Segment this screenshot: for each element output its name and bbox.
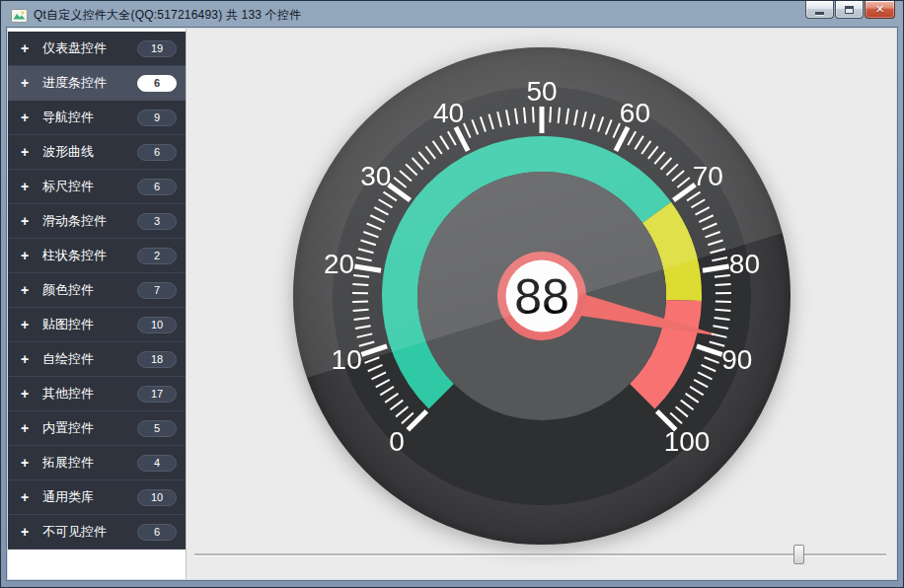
titlebar[interactable]: Qt自定义控件大全(QQ:517216493) 共 133 个控件 ✕ — [8, 1, 896, 29]
minimize-button[interactable] — [805, 1, 834, 19]
item-count-badge: 7 — [137, 282, 177, 299]
sidebar-item[interactable]: +通用类库10 — [8, 480, 186, 515]
sidebar-item-label: 仪表盘控件 — [42, 39, 137, 57]
sidebar-item-label: 进度条控件 — [42, 74, 137, 92]
minimize-icon — [815, 12, 824, 15]
window-controls: ✕ — [805, 1, 895, 19]
sidebar-item[interactable]: +颜色控件7 — [8, 273, 186, 308]
item-count-badge: 6 — [137, 524, 177, 541]
plus-icon: + — [21, 456, 35, 470]
plus-icon: + — [21, 145, 35, 159]
item-count-badge: 6 — [137, 144, 177, 161]
sidebar-item-label: 自绘控件 — [42, 350, 137, 368]
sidebar-item[interactable]: +柱状条控件2 — [8, 239, 186, 273]
sidebar-item-label: 贴图控件 — [42, 316, 137, 333]
sidebar-item-label: 拓展控件 — [42, 454, 137, 472]
item-count-badge: 2 — [137, 248, 177, 264]
item-count-badge: 10 — [137, 317, 177, 333]
sidebar-item-label: 标尺控件 — [42, 178, 137, 195]
plus-icon: + — [21, 421, 35, 435]
gauge-gloss — [293, 47, 791, 545]
sidebar-item[interactable]: +其他控件17 — [8, 377, 186, 411]
item-count-badge: 4 — [137, 455, 177, 472]
maximize-icon — [845, 6, 854, 14]
speed-gauge: 880102030405060708090100 — [285, 39, 798, 552]
plus-icon: + — [21, 76, 35, 90]
value-slider — [194, 544, 886, 567]
plus-icon: + — [21, 41, 35, 55]
sidebar-item-label: 内置控件 — [42, 419, 137, 437]
plus-icon: + — [21, 387, 35, 401]
item-count-badge: 10 — [137, 489, 177, 506]
sidebar-item-label: 滑动条控件 — [42, 212, 137, 230]
sidebar-item-label: 导航控件 — [42, 109, 137, 126]
slider-track[interactable] — [194, 553, 886, 555]
item-count-badge: 6 — [137, 75, 177, 92]
sidebar-item-label: 通用类库 — [42, 488, 137, 506]
plus-icon: + — [21, 110, 35, 124]
sidebar-item[interactable]: +不可见控件6 — [8, 515, 186, 550]
sidebar-item[interactable]: +滑动条控件3 — [8, 204, 186, 239]
app-window: Qt自定义控件大全(QQ:517216493) 共 133 个控件 ✕ +仪表盘… — [0, 0, 904, 588]
sidebar-item-label: 颜色控件 — [42, 281, 137, 299]
sidebar-item[interactable]: +仪表盘控件19 — [8, 32, 186, 66]
item-count-badge: 5 — [137, 420, 177, 437]
item-count-badge: 19 — [137, 40, 177, 57]
plus-icon: + — [21, 525, 35, 539]
main-panel: 880102030405060708090100 — [187, 29, 896, 579]
sidebar-item[interactable]: +拓展控件4 — [8, 446, 186, 480]
plus-icon: + — [21, 490, 35, 504]
plus-icon: + — [21, 318, 35, 331]
plus-icon: + — [21, 283, 35, 297]
item-count-badge: 6 — [137, 179, 177, 195]
maximize-button[interactable] — [835, 1, 864, 19]
item-count-badge: 18 — [137, 351, 177, 368]
plus-icon: + — [21, 352, 35, 366]
sidebar-item[interactable]: +内置控件5 — [8, 411, 186, 446]
sidebar-item-label: 柱状条控件 — [42, 247, 137, 264]
slider-handle[interactable] — [793, 545, 804, 564]
plus-icon: + — [21, 214, 35, 228]
item-count-badge: 9 — [137, 110, 177, 126]
sidebar-item-label: 波形曲线 — [42, 143, 137, 161]
sidebar-item[interactable]: +波形曲线6 — [8, 135, 186, 170]
sidebar-item[interactable]: +导航控件9 — [8, 101, 186, 135]
window-title: Qt自定义控件大全(QQ:517216493) 共 133 个控件 — [34, 7, 301, 24]
item-count-badge: 3 — [137, 213, 177, 230]
plus-icon: + — [21, 180, 35, 193]
close-icon: ✕ — [875, 4, 884, 15]
app-icon — [11, 9, 28, 23]
sidebar-item[interactable]: +自绘控件18 — [8, 342, 186, 377]
sidebar-item[interactable]: +进度条控件6 — [8, 66, 186, 101]
client-area: +仪表盘控件19+进度条控件6+导航控件9+波形曲线6+标尺控件6+滑动条控件3… — [8, 29, 896, 579]
close-button[interactable]: ✕ — [865, 1, 895, 19]
sidebar-item-label: 其他控件 — [42, 385, 137, 403]
sidebar: +仪表盘控件19+进度条控件6+导航控件9+波形曲线6+标尺控件6+滑动条控件3… — [8, 29, 187, 579]
item-count-badge: 17 — [137, 386, 177, 403]
sidebar-item[interactable]: +贴图控件10 — [8, 308, 186, 342]
sidebar-item[interactable]: +标尺控件6 — [8, 170, 186, 204]
sidebar-item-label: 不可见控件 — [42, 523, 137, 541]
plus-icon: + — [21, 249, 35, 262]
